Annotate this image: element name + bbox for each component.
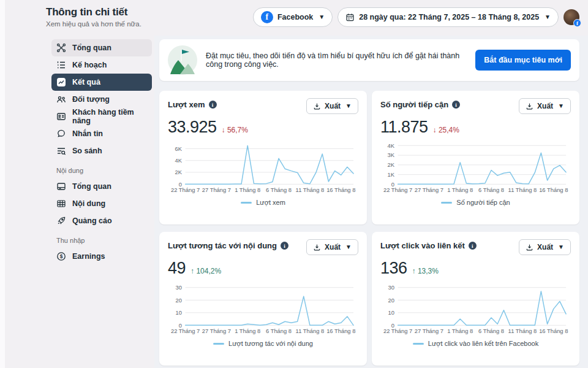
svg-text:16 Tháng 8: 16 Tháng 8 — [539, 328, 568, 334]
download-icon — [526, 102, 533, 110]
legend-line-swatch — [441, 202, 452, 204]
svg-text:20: 20 — [176, 297, 182, 304]
svg-text:10: 10 — [388, 309, 394, 316]
svg-text:2K: 2K — [387, 161, 394, 168]
sidebar-item-label: So sánh — [72, 147, 102, 155]
svg-text:6 Tháng 8: 6 Tháng 8 — [478, 328, 504, 334]
compare-search-icon — [56, 146, 66, 156]
legend-label: Lượt tương tác với nội dung — [228, 340, 313, 347]
new-goal-button[interactable]: Bắt đầu mục tiêu mới — [475, 50, 571, 71]
legend-label: Số người tiếp cận — [456, 199, 510, 206]
results-chart-icon — [56, 77, 66, 87]
svg-text:1 Tháng 8: 1 Tháng 8 — [447, 186, 473, 193]
sidebar-item-noi-dung[interactable]: Nội dung — [51, 195, 152, 212]
svg-text:16 Tháng 8: 16 Tháng 8 — [326, 328, 355, 334]
svg-text:6 Tháng 8: 6 Tháng 8 — [266, 186, 292, 193]
app-header: Thông tin chi tiết Xem hiệu quả và hơn t… — [5, 0, 588, 36]
sidebar-item-label: Kế hoạch — [72, 61, 107, 69]
sidebar-item-quang-cao[interactable]: Quảng cáo — [51, 212, 152, 229]
svg-text:22 Tháng 7: 22 Tháng 7 — [171, 328, 200, 334]
metric-change: ↑ 104,2% — [190, 267, 221, 275]
sidebar-item-label: Tổng quan — [72, 182, 111, 191]
card-title: Lượt click vào liên kết — [380, 241, 465, 250]
chevron-down-icon: ▼ — [558, 103, 564, 109]
legend-label: Lượt click vào liên kết trên Facebook — [428, 340, 538, 347]
export-button[interactable]: Xuất ▼ — [519, 98, 571, 114]
avatar[interactable]: f — [564, 9, 579, 25]
banner-text: Đặt mục tiêu, theo dõi tiến độ và tìm hi… — [206, 52, 467, 69]
info-icon[interactable]: i — [469, 242, 477, 250]
legend-line-swatch — [213, 343, 224, 345]
sidebar-item-doi-tuong[interactable]: Đối tượng — [51, 91, 152, 108]
sidebar-item-tong-quan[interactable]: Tổng quan — [51, 39, 152, 56]
card-luot-tuong-tac: Lượt tương tác với nội dung i Xuất ▼ 49 … — [159, 232, 367, 366]
svg-text:10: 10 — [176, 309, 182, 316]
facebook-badge-icon: f — [573, 19, 581, 27]
sidebar-item-label: Tổng quan — [72, 44, 111, 52]
svg-text:2K: 2K — [175, 169, 182, 175]
export-button[interactable]: Xuất ▼ — [306, 239, 358, 255]
audience-people-icon — [56, 94, 66, 104]
sidebar-item-earnings[interactable]: $ Earnings — [51, 248, 152, 265]
overview-icon — [56, 43, 66, 53]
window-left-edge — [0, 0, 5, 368]
content-overview-icon — [56, 182, 66, 191]
sidebar-item-nhan-tin[interactable]: Nhắn tin — [51, 125, 152, 142]
chevron-down-icon: ▼ — [545, 14, 551, 20]
sidebar-item-so-sanh[interactable]: So sánh — [51, 142, 152, 159]
svg-text:27 Tháng 7: 27 Tháng 7 — [415, 186, 443, 193]
card-luot-xem: Lượt xem i Xuất ▼ 33.925 ↓ 56,7% 02K4K6K… — [159, 91, 367, 224]
info-icon[interactable]: i — [452, 101, 460, 109]
sidebar-section-thu-nhap: Thu nhập — [51, 229, 152, 248]
svg-text:6 Tháng 8: 6 Tháng 8 — [478, 186, 504, 193]
facebook-logo-icon: f — [261, 11, 273, 23]
content-grid-icon — [56, 199, 66, 209]
goal-flag-illustration — [168, 45, 197, 75]
info-icon[interactable]: i — [209, 101, 217, 109]
sidebar-item-label: Kết quả — [72, 78, 100, 86]
chevron-down-icon: ▼ — [345, 103, 352, 109]
page-subtitle: Xem hiệu quả và hơn thế nữa. — [46, 20, 141, 28]
svg-text:11 Tháng 8: 11 Tháng 8 — [508, 186, 537, 193]
sidebar-item-label: Earnings — [72, 252, 105, 261]
line-chart: 010203022 Tháng 727 Tháng 71 Tháng 86 Th… — [168, 280, 358, 338]
svg-text:11 Tháng 8: 11 Tháng 8 — [296, 328, 325, 334]
sidebar-item-ket-qua[interactable]: Kết quả — [51, 74, 152, 91]
sidebar-item-khach-hang-tiem-nang[interactable]: Khách hàng tiềm năng — [51, 108, 152, 125]
metric-change: ↓ 25,4% — [433, 126, 459, 134]
sidebar-item-content-tong-quan[interactable]: Tổng quan — [51, 178, 152, 195]
svg-text:1K: 1K — [387, 171, 394, 178]
card-title: Số người tiếp cận — [380, 100, 448, 109]
legend-line-swatch — [241, 202, 252, 204]
metric-value: 136 — [380, 259, 407, 278]
date-range-selector[interactable]: 28 ngày qua: 22 Tháng 7, 2025 – 18 Tháng… — [337, 7, 559, 27]
line-chart: 010203022 Tháng 727 Tháng 71 Tháng 86 Th… — [380, 280, 571, 338]
goals-banner: Đặt mục tiêu, theo dõi tiến độ và tìm hi… — [159, 39, 579, 81]
svg-text:6 Tháng 8: 6 Tháng 8 — [266, 328, 292, 334]
svg-text:11 Tháng 8: 11 Tháng 8 — [296, 186, 325, 193]
sidebar-item-label: Nội dung — [72, 199, 105, 208]
svg-text:6K: 6K — [175, 145, 182, 152]
sidebar: Tổng quan Kế hoạch Kết quả Đối tượng Khá… — [51, 39, 152, 265]
metric-value: 49 — [168, 259, 186, 278]
metric-cards-grid: Lượt xem i Xuất ▼ 33.925 ↓ 56,7% 02K4K6K… — [159, 91, 579, 366]
svg-text:22 Tháng 7: 22 Tháng 7 — [171, 186, 200, 193]
svg-text:1 Tháng 8: 1 Tháng 8 — [235, 328, 260, 334]
messages-icon — [56, 129, 66, 139]
sidebar-item-label: Khách hàng tiềm năng — [72, 108, 147, 125]
metric-change: ↑ 13,3% — [412, 267, 439, 275]
chevron-down-icon: ▼ — [318, 14, 325, 20]
sidebar-item-ke-hoach[interactable]: Kế hoạch — [51, 56, 152, 74]
export-button[interactable]: Xuất ▼ — [306, 98, 358, 114]
export-button[interactable]: Xuất ▼ — [519, 239, 571, 255]
svg-text:27 Tháng 7: 27 Tháng 7 — [415, 328, 443, 334]
card-title: Lượt xem — [168, 100, 205, 109]
line-chart: 02K4K6K22 Tháng 727 Tháng 71 Tháng 86 Th… — [168, 139, 358, 197]
info-icon[interactable]: i — [281, 242, 288, 250]
card-title: Lượt tương tác với nội dung — [168, 241, 277, 250]
svg-text:27 Tháng 7: 27 Tháng 7 — [202, 328, 231, 334]
ads-rocket-icon — [56, 216, 66, 226]
source-selector[interactable]: f Facebook ▼ — [253, 7, 333, 27]
svg-text:30: 30 — [176, 284, 182, 291]
metric-value: 33.925 — [168, 118, 217, 137]
